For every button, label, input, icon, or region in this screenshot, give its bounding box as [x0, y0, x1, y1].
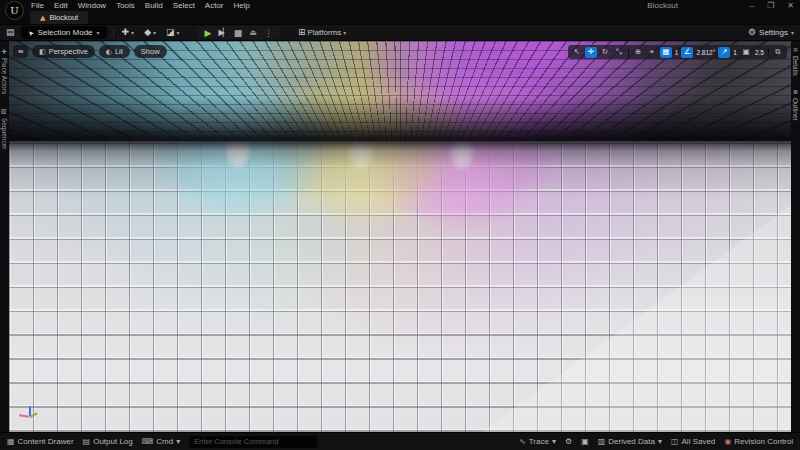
rotate-tool-button[interactable]: ↻	[599, 47, 611, 58]
unreal-editor-window: U File Edit Window Tools Build Select Ac…	[0, 0, 800, 450]
cinematics-dropdown[interactable]: ◪ ▾	[164, 28, 182, 37]
settings-gear-icon[interactable]: ⚙	[565, 437, 572, 446]
sidebar-tab-outliner[interactable]: ≣ Outliner	[792, 83, 799, 128]
content-drawer-button[interactable]: ▦ Content Drawer	[7, 437, 74, 446]
perspective-dropdown[interactable]: ◧ Perspective	[32, 45, 95, 58]
axis-x-red	[19, 414, 29, 417]
tab-blockout[interactable]: ▲ Blockout	[30, 11, 88, 24]
level-icon: ▲	[40, 14, 45, 22]
perspective-label: Perspective	[49, 47, 88, 56]
show-dropdown[interactable]: Show	[134, 45, 167, 58]
minimize-button[interactable]: –	[750, 1, 754, 10]
chevron-down-icon: ▾	[552, 437, 556, 446]
menu-tools[interactable]: Tools	[111, 1, 140, 10]
sidebar-tab-place-actors[interactable]: ✚ Place Actors	[1, 41, 8, 101]
viewport-topbar: ≡ ◧ Perspective ◐ Lit Show	[13, 45, 167, 58]
console-command-input[interactable]	[189, 436, 317, 448]
content-drawer-label: Content Drawer	[18, 437, 74, 446]
surface-snap-button[interactable]: ⌖	[646, 47, 658, 58]
select-tool-button[interactable]: ↖	[571, 47, 583, 58]
output-log-button[interactable]: ▤ Output Log	[83, 437, 133, 446]
all-saved-label: All Saved	[682, 437, 716, 446]
menu-edit[interactable]: Edit	[49, 1, 73, 10]
trace-label: Trace	[529, 437, 549, 446]
place-actors-label: Place Actors	[1, 58, 8, 94]
axis-gizmo	[18, 401, 42, 421]
trace-button[interactable]: ∿ Trace ▾	[519, 437, 556, 446]
grid-snap-value[interactable]: 1	[674, 49, 680, 56]
settings-dropdown[interactable]: ⚙ Settings ▾	[748, 28, 794, 37]
sequencer-icon: ▤	[1, 108, 8, 115]
revision-control-icon: ◉	[724, 437, 731, 446]
selection-mode-dropdown[interactable]: ➤ Selection Mode ▾	[21, 26, 107, 39]
revision-control-label: Revision Control	[734, 437, 793, 446]
menu-select[interactable]: Select	[168, 1, 200, 10]
scale-snap-value[interactable]: 1	[732, 49, 738, 56]
maximize-button[interactable]: ❐	[767, 1, 774, 10]
viewport-toolbar-divider	[768, 48, 769, 57]
selection-mode-label: Selection Mode	[37, 28, 92, 37]
save-icon[interactable]: ▤	[6, 28, 15, 37]
lit-icon: ◐	[106, 48, 112, 56]
status-bar: ▦ Content Drawer ▤ Output Log ⌨ Cmd ▾ ∿ …	[0, 432, 800, 450]
trace-icon: ∿	[519, 437, 526, 446]
all-saved-button[interactable]: ◫ All Saved	[671, 437, 715, 446]
maximize-viewport-button[interactable]: ⧉	[772, 47, 784, 58]
grid-snap-toggle[interactable]: ▦	[660, 47, 672, 58]
revision-control-button[interactable]: ◉ Revision Control	[724, 437, 793, 446]
chevron-down-icon: ▾	[658, 437, 662, 446]
play-controls: ▶ ▶▏ ■ ⏏ ⋮	[198, 26, 280, 39]
skip-frame-button[interactable]: ▶▏	[219, 28, 227, 37]
viewport-menu-button[interactable]: ≡	[13, 45, 28, 58]
chevron-down-icon: ▾	[177, 29, 180, 36]
menu-file[interactable]: File	[26, 1, 49, 10]
console-icon: ⌨	[142, 437, 154, 446]
camera-speed-icon[interactable]: ▣	[740, 47, 752, 58]
add-actor-dropdown[interactable]: ✚ ▾	[120, 28, 137, 37]
platforms-dropdown[interactable]: ⊞ Platforms ▾	[296, 28, 348, 37]
tab-label: Blockout	[49, 13, 78, 22]
rotation-snap-toggle[interactable]: ∠	[681, 47, 693, 58]
rotation-snap-value[interactable]: 2.812°	[695, 49, 716, 56]
lit-dropdown[interactable]: ◐ Lit	[99, 45, 130, 58]
world-coordinate-button[interactable]: ⊕	[632, 47, 644, 58]
chevron-down-icon: ▾	[153, 29, 156, 36]
derived-data-button[interactable]: ▥ Derived Data ▾	[598, 437, 662, 446]
scale-snap-toggle[interactable]: ↗	[718, 47, 730, 58]
add-actor-icon: ✚	[122, 28, 130, 37]
play-options-button[interactable]: ⋮	[264, 28, 273, 38]
sequencer-label: Sequencer	[1, 118, 8, 149]
gear-icon: ⚙	[748, 28, 756, 37]
play-button[interactable]: ▶	[205, 28, 212, 38]
close-button[interactable]: ✕	[787, 1, 794, 10]
sidebar-tab-sequencer[interactable]: ▤ Sequencer	[1, 101, 8, 156]
window-title: Blockout	[647, 1, 678, 10]
content-drawer-icon: ▦	[7, 437, 15, 446]
perspective-icon: ◧	[39, 48, 46, 56]
details-label: Details	[792, 56, 799, 76]
sidebar-tab-details[interactable]: ≡ Details	[792, 41, 799, 83]
viewport-toolbar-divider	[628, 48, 629, 57]
chevron-down-icon: ▾	[97, 29, 100, 36]
viewport-3d-scene[interactable]: ≡ ◧ Perspective ◐ Lit Show ↖ ✛ ↻ ⤡	[9, 41, 791, 432]
chevron-down-icon: ▾	[791, 29, 794, 36]
menu-build[interactable]: Build	[140, 1, 168, 10]
blueprints-dropdown[interactable]: ◆ ▾	[142, 28, 158, 37]
unreal-logo-icon[interactable]: U	[5, 1, 24, 20]
menu-bar: File Edit Window Tools Build Select Acto…	[26, 1, 255, 10]
menu-help[interactable]: Help	[229, 1, 255, 10]
move-tool-button[interactable]: ✛	[585, 47, 597, 58]
cinematics-icon: ◪	[166, 28, 175, 37]
screenshot-icon[interactable]: ▣	[581, 437, 589, 446]
main-area: ✚ Place Actors ▤ Sequencer ≡ ◧ Perspecti…	[0, 41, 800, 432]
derived-data-icon: ▥	[598, 437, 606, 446]
scale-tool-button[interactable]: ⤡	[613, 47, 625, 58]
tab-row: ▲ Blockout	[0, 11, 800, 24]
menu-actor[interactable]: Actor	[200, 1, 229, 10]
menu-window[interactable]: Window	[73, 1, 111, 10]
stop-button[interactable]: ■	[234, 28, 243, 38]
eject-button[interactable]: ⏏	[249, 28, 257, 37]
cmd-dropdown[interactable]: ⌨ Cmd ▾	[142, 437, 180, 446]
camera-speed-value[interactable]: 2.5	[754, 49, 765, 56]
platforms-icon: ⊞	[298, 28, 306, 37]
